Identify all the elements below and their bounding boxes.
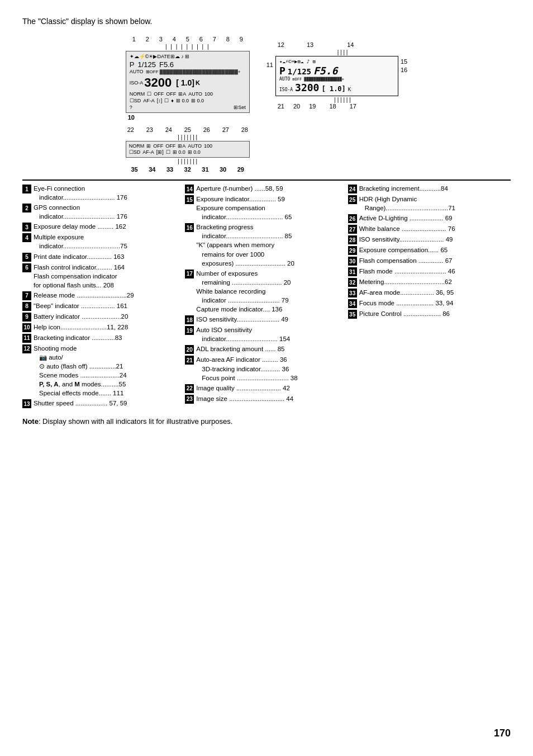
index-item-23: 23 Image size ..........................… (185, 394, 342, 404)
right-auto: AUTO (279, 77, 290, 82)
lcd-help-set: ? ⊞Set (130, 105, 246, 110)
right-iso-row: ISO-A 3200 [ 1.0] K (279, 82, 394, 93)
lcd-main-row: P 1/125 F5.6 (130, 60, 246, 69)
aperture-display: F5.6 (159, 60, 174, 69)
index-item-27: 27 White balance .......................… (348, 224, 505, 234)
index-item-20: 20 ADL bracketing amount ...... 85 (185, 344, 342, 354)
index-col-3: 24 Bracketing increment............84 25… (348, 184, 511, 409)
right-diagram-inner: 11 ✦☁⚡©☀▶⊞☁ ♪ ⊞ P 1/125 F5.6 AUTO ⊞OFF ▓… (266, 56, 408, 96)
note-text: Note: Display shown with all indicators … (22, 417, 511, 426)
right-ticks: | | | | (278, 49, 408, 55)
left-diagram: 1 2 3 4 5 6 7 8 9 | | | | | | | | | ✦☁⚡©… (126, 36, 250, 173)
index-item-2: 2 GPS connectionindicator...............… (22, 203, 179, 221)
lcd-row1: ✦☁⚡©☀▶DATE⊞☁ ♪ ⊞ (130, 54, 246, 59)
bracket-row2: ☐SD AF-A [⊞] ☐ ⊞ 0.0 ⊞ 0.0 (129, 149, 246, 155)
lcd-row3: ISO-A 3200 [ 1.0] K (130, 75, 246, 90)
right-top-numbers: 12 13 14 (278, 41, 408, 48)
right-mode: P (279, 65, 285, 77)
index-item-4: 4 Multiple exposureindicator............… (22, 233, 179, 251)
right-icons-row: ✦☁⚡©☀▶⊞☁ ♪ ⊞ (279, 59, 394, 64)
exp-comp: [ 1.0] (176, 78, 194, 87)
right-diagram: 12 13 14 | | | | 11 ✦☁⚡©☀▶⊞☁ ♪ ⊞ P 1/125… (266, 41, 408, 110)
index-item-15: 15 Exposure indicator............... 59E… (185, 195, 342, 221)
index-item-26: 26 Active D-Lighting ...................… (348, 214, 505, 223)
right-bottom-ticks: | | | | | | (278, 97, 408, 103)
right-main-row: P 1/125 F5.6 (279, 65, 394, 77)
mode-display: P (130, 60, 135, 69)
index-item-16: 16 Bracketing progressindicator.........… (185, 223, 342, 267)
index-item-28: 28 ISO sensitivity......................… (348, 235, 505, 244)
index-item-30: 30 Flash compensation .............. 67 (348, 256, 505, 266)
right-bottom-nums: 21 20 19 18 17 (278, 103, 408, 110)
index-item-29: 29 Exposure compensation...... 65 (348, 245, 505, 255)
index-item-12: 12 Shooting mode 📷 auto/ ⊙ auto (flash o… (22, 344, 179, 398)
index-col-1: 1 Eye-Fi connectionindicator............… (22, 184, 185, 409)
index-item-7: 7 Release mode .........................… (22, 291, 179, 300)
index-item-5: 5 Print date indicator.............. 163 (22, 252, 179, 262)
index-item-25: 25 HDR (High DynamicRange)..............… (348, 195, 505, 212)
index-item-32: 32 Metering.............................… (348, 277, 505, 287)
right-iso-val: 3200 (295, 82, 319, 93)
index-item-1: 1 Eye-Fi connectionindicator............… (22, 184, 179, 202)
k-indicator: K (196, 79, 200, 86)
right-iso-label: ISO-A (279, 87, 293, 92)
index-item-11: 11 Bracketing indicator .............83 (22, 333, 179, 343)
bracket-bottom-ticks: | | | | | | | (126, 158, 250, 164)
index-item-14: 14 Aperture (f-number) ......58, 59 (185, 184, 342, 193)
left-top-numbers: 1 2 3 4 5 6 7 8 9 (126, 36, 250, 42)
index-item-34: 34 Focus mode ..................... 33, … (348, 299, 505, 308)
index-item-3: 3 Exposure delay mode ......... 162 (22, 222, 179, 231)
right-aperture: F5.6 (313, 65, 337, 77)
index-item-13: 13 Shutter speed .................. 57, … (22, 399, 179, 408)
index-item-17: 17 Number of exposuresremaining ........… (185, 269, 342, 314)
lcd-row2: AUTO ⊞OFF ▓▓▓▓▓▓▓▓▓▓▓▓▓▓▓▓▓▓▓▓▓▓▓▓+ (130, 69, 246, 74)
page-number: 170 (494, 727, 511, 739)
bracket-lcd: NORM ⊞ OFF OFF ⊞A AUTO 100 ☐SD AF-A [⊞] … (126, 141, 250, 158)
intro-text: The "Classic" display is shown below. (22, 17, 511, 26)
note-label: Note (22, 417, 39, 426)
right-k: K (348, 87, 351, 92)
right-side-labels-right: 15 16 (398, 56, 407, 73)
iso-value: 3200 (144, 75, 172, 90)
bracket-row1: NORM ⊞ OFF OFF ⊞A AUTO 100 (129, 143, 246, 149)
left-lcd-body: ✦☁⚡©☀▶DATE⊞☁ ♪ ⊞ P 1/125 F5.6 AUTO ⊞OFF … (126, 51, 250, 113)
right-side-labels-left: 11 (266, 56, 275, 68)
gps-icons: ✦☁⚡©☀▶DATE⊞☁ ♪ ⊞ (130, 54, 189, 59)
label-10: 10 (128, 114, 250, 121)
index-col-2: 14 Aperture (f-number) ......58, 59 15 E… (185, 184, 348, 409)
right-shutter: 1/125 (288, 67, 311, 76)
index-item-35: 35 Picture Control .....................… (348, 309, 505, 319)
tick-row-left: | | | | | | | | | (126, 44, 250, 50)
index-item-22: 22 Image quality .......................… (185, 384, 342, 393)
shutter-display: 1/125 (137, 60, 156, 69)
lcd-bottom-row2: ☐SD AF-A [↕] ☐ ♦ ⊞ 0.0 ⊞ 0.0 (130, 98, 246, 103)
index-item-21: 21 Auto-area AF indicator ......... 363D… (185, 355, 342, 382)
index-item-19: 19 Auto ISO sensitivityindicator........… (185, 325, 342, 343)
iso-area-label: ISO-A (130, 80, 144, 86)
auto-label: AUTO (130, 69, 144, 74)
index-item-8: 8 "Beep" indicator ................... 1… (22, 301, 179, 311)
note-body: : Display shown with all indicators lit … (39, 417, 233, 426)
lcd-bottom-row1: NORM ☐ OFF OFF ⊞A AUTO 100 (130, 91, 246, 97)
index-item-18: 18 ISO sensitivity......................… (185, 315, 342, 324)
index-item-10: 10 Help icon..........................11… (22, 323, 179, 332)
index-item-6: 6 Flash control indicator......... 164Fl… (22, 263, 179, 290)
bracket-bottom-nums: 35 34 33 32 31 30 29 (126, 166, 250, 173)
index-section: 1 Eye-Fi connectionindicator............… (22, 179, 511, 409)
bracket-section: 22 23 24 25 26 27 28 | | | | | | | NORM … (126, 126, 250, 173)
right-exp-bar: ⊞OFF ▓▓▓▓▓▓▓▓▓▓▓▓▓▓▓▓+ (292, 77, 344, 82)
right-lcd-body: ✦☁⚡©☀▶⊞☁ ♪ ⊞ P 1/125 F5.6 AUTO ⊞OFF ▓▓▓▓… (275, 56, 398, 96)
index-item-33: 33 AF-area mode................... 36, 9… (348, 288, 505, 297)
index-item-31: 31 Flash mode ..........................… (348, 267, 505, 276)
right-exp-comp: [ 1.0] (321, 85, 345, 93)
diagrams-row: 1 2 3 4 5 6 7 8 9 | | | | | | | | | ✦☁⚡©… (22, 36, 511, 173)
bracket-top-nums: 22 23 24 25 26 27 28 (126, 126, 250, 133)
index-item-9: 9 Battery indicator ....................… (22, 312, 179, 322)
exposure-bar: ⊞OFF ▓▓▓▓▓▓▓▓▓▓▓▓▓▓▓▓▓▓▓▓▓▓▓▓+ (146, 69, 241, 74)
bracket-ticks: | | | | | | | (126, 134, 250, 140)
index-item-24: 24 Bracketing increment............84 (348, 184, 505, 193)
right-row2: AUTO ⊞OFF ▓▓▓▓▓▓▓▓▓▓▓▓▓▓▓▓+ (279, 77, 394, 82)
